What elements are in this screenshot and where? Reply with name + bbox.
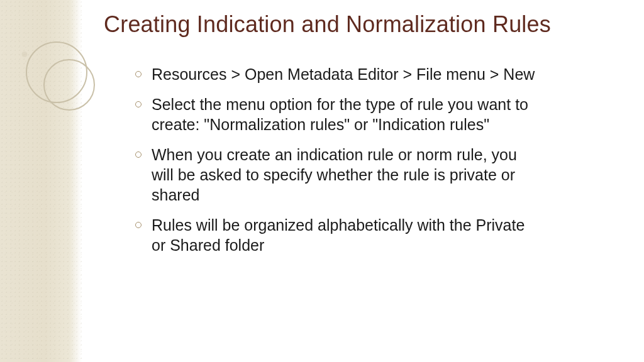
- list-item: Resources > Open Metadata Editor > File …: [135, 64, 538, 84]
- list-item: Rules will be organized alphabetically w…: [135, 215, 538, 255]
- svg-point-0: [26, 42, 87, 102]
- decorative-sidebar: [0, 0, 82, 362]
- svg-point-1: [44, 60, 94, 110]
- list-item: Select the menu option for the type of r…: [135, 94, 538, 134]
- ring-decoration-icon: [22, 38, 104, 119]
- list-item: When you create an indication rule or no…: [135, 145, 538, 205]
- slide-content: Creating Indication and Normalization Ru…: [104, 11, 619, 265]
- bullet-list: Resources > Open Metadata Editor > File …: [135, 64, 538, 255]
- slide-title: Creating Indication and Normalization Ru…: [104, 11, 619, 38]
